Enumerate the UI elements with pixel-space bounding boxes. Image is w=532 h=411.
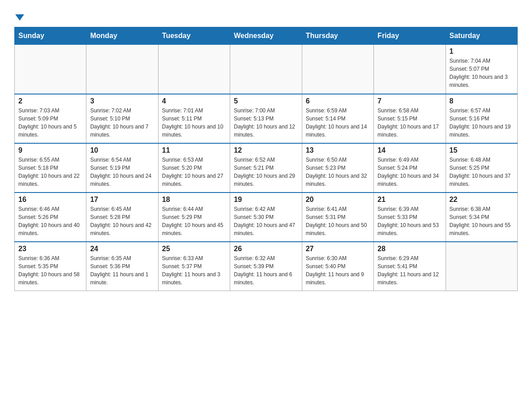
day-number: 4 (162, 97, 226, 105)
calendar-cell: 15Sunrise: 6:48 AMSunset: 5:25 PMDayligh… (446, 143, 517, 193)
col-sunday: Sunday (15, 27, 86, 45)
day-number: 1 (450, 47, 514, 56)
day-number: 13 (306, 146, 370, 154)
col-wednesday: Wednesday (230, 27, 302, 45)
calendar-cell: 26Sunrise: 6:32 AMSunset: 5:39 PMDayligh… (230, 242, 302, 291)
day-number: 24 (90, 245, 154, 253)
day-info: Sunrise: 6:46 AMSunset: 5:26 PMDaylight:… (18, 205, 82, 237)
calendar-cell: 10Sunrise: 6:54 AMSunset: 5:19 PMDayligh… (86, 143, 158, 193)
day-number: 21 (378, 196, 442, 204)
calendar-cell (158, 45, 230, 94)
col-friday: Friday (374, 27, 446, 45)
day-info: Sunrise: 7:02 AMSunset: 5:10 PMDaylight:… (90, 107, 154, 139)
calendar-cell: 4Sunrise: 7:01 AMSunset: 5:11 PMDaylight… (158, 94, 230, 143)
day-info: Sunrise: 6:49 AMSunset: 5:24 PMDaylight:… (378, 156, 442, 188)
logo-triangle-icon (15, 14, 24, 21)
day-info: Sunrise: 6:30 AMSunset: 5:40 PMDaylight:… (306, 254, 370, 287)
calendar-cell: 20Sunrise: 6:41 AMSunset: 5:31 PMDayligh… (302, 193, 373, 242)
day-info: Sunrise: 6:58 AMSunset: 5:15 PMDaylight:… (378, 107, 442, 139)
day-number: 10 (90, 146, 154, 154)
day-number: 14 (378, 146, 442, 154)
day-number: 27 (306, 245, 370, 253)
day-number: 28 (378, 245, 442, 253)
day-number: 8 (450, 97, 514, 105)
calendar-cell: 22Sunrise: 6:38 AMSunset: 5:34 PMDayligh… (446, 193, 517, 242)
col-tuesday: Tuesday (158, 27, 230, 45)
calendar-week-row: 9Sunrise: 6:55 AMSunset: 5:18 PMDaylight… (15, 143, 518, 193)
day-info: Sunrise: 7:03 AMSunset: 5:09 PMDaylight:… (18, 107, 82, 139)
page-header (14, 11, 518, 21)
day-info: Sunrise: 6:35 AMSunset: 5:36 PMDaylight:… (90, 254, 154, 287)
calendar-cell: 5Sunrise: 7:00 AMSunset: 5:13 PMDaylight… (230, 94, 302, 143)
day-info: Sunrise: 6:41 AMSunset: 5:31 PMDaylight:… (306, 205, 370, 237)
day-number: 7 (378, 97, 442, 105)
day-info: Sunrise: 7:04 AMSunset: 5:07 PMDaylight:… (450, 57, 514, 89)
calendar-cell: 13Sunrise: 6:50 AMSunset: 5:23 PMDayligh… (302, 143, 373, 193)
calendar-cell (446, 242, 517, 291)
day-number: 2 (18, 97, 82, 105)
col-saturday: Saturday (446, 27, 517, 45)
calendar-table: Sunday Monday Tuesday Wednesday Thursday… (14, 27, 518, 291)
col-monday: Monday (86, 27, 158, 45)
calendar-cell: 23Sunrise: 6:36 AMSunset: 5:35 PMDayligh… (15, 242, 86, 291)
day-info: Sunrise: 6:39 AMSunset: 5:33 PMDaylight:… (378, 205, 442, 237)
day-number: 25 (162, 245, 226, 253)
day-info: Sunrise: 6:53 AMSunset: 5:20 PMDaylight:… (162, 156, 226, 188)
day-info: Sunrise: 6:59 AMSunset: 5:14 PMDaylight:… (306, 107, 370, 139)
day-number: 12 (234, 146, 298, 154)
calendar-week-row: 16Sunrise: 6:46 AMSunset: 5:26 PMDayligh… (15, 193, 518, 242)
calendar-cell: 25Sunrise: 6:33 AMSunset: 5:37 PMDayligh… (158, 242, 230, 291)
calendar-header-row: Sunday Monday Tuesday Wednesday Thursday… (15, 27, 518, 45)
calendar-cell: 27Sunrise: 6:30 AMSunset: 5:40 PMDayligh… (302, 242, 373, 291)
calendar-cell (302, 45, 373, 94)
calendar-cell: 12Sunrise: 6:52 AMSunset: 5:21 PMDayligh… (230, 143, 302, 193)
day-info: Sunrise: 6:52 AMSunset: 5:21 PMDaylight:… (234, 156, 298, 188)
day-info: Sunrise: 6:36 AMSunset: 5:35 PMDaylight:… (18, 254, 82, 287)
day-info: Sunrise: 6:55 AMSunset: 5:18 PMDaylight:… (18, 156, 82, 188)
calendar-cell (15, 45, 86, 94)
calendar-week-row: 1Sunrise: 7:04 AMSunset: 5:07 PMDaylight… (15, 45, 518, 94)
calendar-cell: 16Sunrise: 6:46 AMSunset: 5:26 PMDayligh… (15, 193, 86, 242)
day-number: 22 (450, 196, 514, 204)
day-number: 18 (162, 196, 226, 204)
calendar-cell (230, 45, 302, 94)
calendar-cell: 18Sunrise: 6:44 AMSunset: 5:29 PMDayligh… (158, 193, 230, 242)
calendar-cell: 14Sunrise: 6:49 AMSunset: 5:24 PMDayligh… (374, 143, 446, 193)
day-number: 15 (450, 146, 514, 154)
day-number: 17 (90, 196, 154, 204)
calendar-cell (374, 45, 446, 94)
calendar-cell: 21Sunrise: 6:39 AMSunset: 5:33 PMDayligh… (374, 193, 446, 242)
day-info: Sunrise: 7:01 AMSunset: 5:11 PMDaylight:… (162, 107, 226, 139)
day-info: Sunrise: 6:29 AMSunset: 5:41 PMDaylight:… (378, 254, 442, 287)
calendar-cell: 11Sunrise: 6:53 AMSunset: 5:20 PMDayligh… (158, 143, 230, 193)
day-number: 5 (234, 97, 298, 105)
day-info: Sunrise: 6:57 AMSunset: 5:16 PMDaylight:… (450, 107, 514, 139)
calendar-week-row: 23Sunrise: 6:36 AMSunset: 5:35 PMDayligh… (15, 242, 518, 291)
calendar-cell: 2Sunrise: 7:03 AMSunset: 5:09 PMDaylight… (15, 94, 86, 143)
day-info: Sunrise: 6:45 AMSunset: 5:28 PMDaylight:… (90, 205, 154, 237)
calendar-cell: 9Sunrise: 6:55 AMSunset: 5:18 PMDaylight… (15, 143, 86, 193)
calendar-cell: 1Sunrise: 7:04 AMSunset: 5:07 PMDaylight… (446, 45, 517, 94)
calendar-cell: 17Sunrise: 6:45 AMSunset: 5:28 PMDayligh… (86, 193, 158, 242)
calendar-week-row: 2Sunrise: 7:03 AMSunset: 5:09 PMDaylight… (15, 94, 518, 143)
day-number: 23 (18, 245, 82, 253)
calendar-cell: 7Sunrise: 6:58 AMSunset: 5:15 PMDaylight… (374, 94, 446, 143)
calendar-cell: 28Sunrise: 6:29 AMSunset: 5:41 PMDayligh… (374, 242, 446, 291)
day-info: Sunrise: 6:32 AMSunset: 5:39 PMDaylight:… (234, 254, 298, 287)
day-number: 20 (306, 196, 370, 204)
day-info: Sunrise: 7:00 AMSunset: 5:13 PMDaylight:… (234, 107, 298, 139)
day-info: Sunrise: 6:54 AMSunset: 5:19 PMDaylight:… (90, 156, 154, 188)
day-number: 26 (234, 245, 298, 253)
day-info: Sunrise: 6:50 AMSunset: 5:23 PMDaylight:… (306, 156, 370, 188)
day-number: 3 (90, 97, 154, 105)
calendar-cell: 8Sunrise: 6:57 AMSunset: 5:16 PMDaylight… (446, 94, 517, 143)
day-number: 11 (162, 146, 226, 154)
logo (14, 11, 24, 21)
calendar-cell: 19Sunrise: 6:42 AMSunset: 5:30 PMDayligh… (230, 193, 302, 242)
day-number: 6 (306, 97, 370, 105)
day-number: 19 (234, 196, 298, 204)
logo-top-row (14, 11, 24, 21)
day-info: Sunrise: 6:33 AMSunset: 5:37 PMDaylight:… (162, 254, 226, 287)
day-number: 9 (18, 146, 82, 154)
calendar-cell: 24Sunrise: 6:35 AMSunset: 5:36 PMDayligh… (86, 242, 158, 291)
